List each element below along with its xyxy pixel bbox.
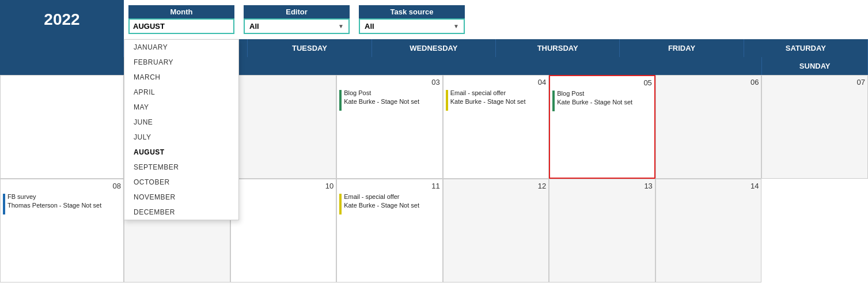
month-dropdown: JANUARY FEBRUARY MARCH APRIL MAY JUNE JU… bbox=[124, 39, 239, 220]
header-tuesday: TUESDAY bbox=[248, 39, 372, 57]
week2-mon-event1-title: FB survey bbox=[7, 193, 101, 201]
month-input[interactable] bbox=[130, 20, 233, 33]
week2-thu-event1-sub: Kate Burke - Stage Not set bbox=[344, 201, 419, 210]
week2-thursday-date: 11 bbox=[339, 182, 440, 190]
week2-monday-date: 08 bbox=[3, 182, 121, 190]
week1-fri-event1-title: Blog Post bbox=[557, 89, 632, 98]
week2-thu-event1-bar bbox=[339, 194, 342, 214]
month-option-november[interactable]: NOVEMBER bbox=[124, 190, 238, 205]
week1-empty bbox=[0, 75, 124, 179]
task-source-input-wrap[interactable]: All ▼ bbox=[359, 18, 465, 34]
header-friday: FRIDAY bbox=[620, 39, 744, 57]
week1-wed-event1: Blog Post Kate Burke - Stage Not set bbox=[339, 89, 440, 111]
header-empty bbox=[0, 39, 124, 57]
week2-sunday-date: 14 bbox=[658, 182, 759, 190]
week1-saturday: 06 bbox=[655, 75, 762, 179]
week1-thursday-date: 04 bbox=[446, 78, 547, 86]
month-option-september[interactable]: SEPTEMBER bbox=[124, 160, 238, 175]
week2-mon-event1-sub: Thomas Peterson - Stage Not set bbox=[7, 201, 101, 210]
week2-mon-event1: FB survey Thomas Peterson - Stage Not se… bbox=[3, 193, 121, 214]
month-option-february[interactable]: FEBRUARY bbox=[124, 55, 238, 70]
month-option-january[interactable]: JANUARY bbox=[124, 40, 238, 55]
editor-input-wrap[interactable]: All ▼ bbox=[244, 18, 350, 34]
editor-label: Editor bbox=[244, 5, 350, 18]
editor-dropdown-arrow: ▼ bbox=[338, 23, 344, 29]
week1-thu-event1-sub: Kate Burke - Stage Not set bbox=[450, 97, 526, 106]
task-source-label: Task source bbox=[359, 5, 465, 18]
week2-thu-event1: Email - special offer Kate Burke - Stage… bbox=[339, 193, 440, 214]
week1-wednesday: 03 Blog Post Kate Burke - Stage Not set bbox=[336, 75, 443, 179]
week1-sunday: 07 bbox=[761, 75, 868, 179]
week2-friday-date: 12 bbox=[446, 182, 547, 190]
week1-friday-date: 05 bbox=[552, 78, 652, 87]
week2-saturday: 13 bbox=[549, 179, 655, 283]
week1-fri-event1-bar bbox=[552, 91, 555, 111]
header-saturday: SATURDAY bbox=[744, 39, 868, 57]
week1-tuesday bbox=[230, 75, 337, 179]
week2-wednesday: 10 bbox=[230, 179, 337, 283]
week1-fri-event1: Blog Post Kate Burke - Stage Not set bbox=[552, 89, 652, 111]
editor-select[interactable]: All ▼ bbox=[245, 20, 348, 33]
year-display: 2022 bbox=[0, 0, 124, 39]
week1-friday: 05 Blog Post Kate Burke - Stage Not set bbox=[549, 75, 655, 179]
month-option-december[interactable]: DECEMBER bbox=[124, 205, 238, 220]
month-option-march[interactable]: MARCH bbox=[124, 70, 238, 85]
week1-wed-event1-title: Blog Post bbox=[344, 89, 419, 97]
week1-wednesday-date: 03 bbox=[339, 78, 440, 86]
week1-fri-event1-sub: Kate Burke - Stage Not set bbox=[557, 98, 632, 107]
week1-thu-event1-text: Email - special offer Kate Burke - Stage… bbox=[450, 89, 526, 107]
header-sunday: SUNDAY bbox=[761, 57, 868, 75]
month-filter-group: Month bbox=[124, 0, 239, 39]
week2-thu-event1-text: Email - special offer Kate Burke - Stage… bbox=[344, 193, 419, 210]
task-source-dropdown-arrow: ▼ bbox=[453, 23, 459, 29]
month-option-october[interactable]: OCTOBER bbox=[124, 175, 238, 190]
task-source-value: All bbox=[365, 22, 374, 31]
month-option-april[interactable]: APRIL bbox=[124, 85, 238, 100]
month-input-wrap[interactable] bbox=[128, 18, 234, 34]
week1-saturday-date: 06 bbox=[658, 78, 759, 86]
week1-thu-event1-bar bbox=[446, 90, 448, 111]
header-wednesday: WEDNESDAY bbox=[372, 39, 496, 57]
week2-mon-event1-bar bbox=[3, 194, 5, 214]
week2-friday: 12 bbox=[443, 179, 549, 283]
month-option-june[interactable]: JUNE bbox=[124, 115, 238, 130]
week2-sunday: 14 bbox=[655, 179, 762, 283]
week2-thu-event1-title: Email - special offer bbox=[344, 193, 419, 201]
header-thursday: THURSDAY bbox=[496, 39, 620, 57]
week1-wed-event1-sub: Kate Burke - Stage Not set bbox=[344, 97, 419, 106]
week1-wed-event1-bar bbox=[339, 90, 342, 111]
month-label: Month bbox=[128, 5, 234, 18]
month-option-july[interactable]: JULY bbox=[124, 130, 238, 145]
month-option-august[interactable]: AUGUST bbox=[124, 145, 238, 160]
week2-saturday-date: 13 bbox=[552, 182, 653, 190]
week2-mon-event1-text: FB survey Thomas Peterson - Stage Not se… bbox=[7, 193, 101, 210]
week1-wed-event1-text: Blog Post Kate Burke - Stage Not set bbox=[344, 89, 419, 107]
editor-value: All bbox=[249, 22, 259, 31]
editor-filter-group: Editor All ▼ bbox=[239, 0, 354, 39]
week2-thursday: 11 Email - special offer Kate Burke - St… bbox=[336, 179, 443, 283]
week1-thu-event1-title: Email - special offer bbox=[450, 89, 526, 97]
week1-thursday: 04 Email - special offer Kate Burke - St… bbox=[443, 75, 549, 179]
task-source-select[interactable]: All ▼ bbox=[360, 20, 464, 33]
week1-thu-event1: Email - special offer Kate Burke - Stage… bbox=[446, 89, 547, 111]
week2-wednesday-date: 10 bbox=[233, 182, 334, 190]
week2-monday: 08 FB survey Thomas Peterson - Stage Not… bbox=[0, 179, 124, 283]
week1-sunday-date: 07 bbox=[764, 78, 865, 86]
task-source-filter-group: Task source All ▼ bbox=[354, 0, 469, 39]
week1-fri-event1-text: Blog Post Kate Burke - Stage Not set bbox=[557, 89, 632, 107]
month-option-may[interactable]: MAY bbox=[124, 100, 238, 115]
